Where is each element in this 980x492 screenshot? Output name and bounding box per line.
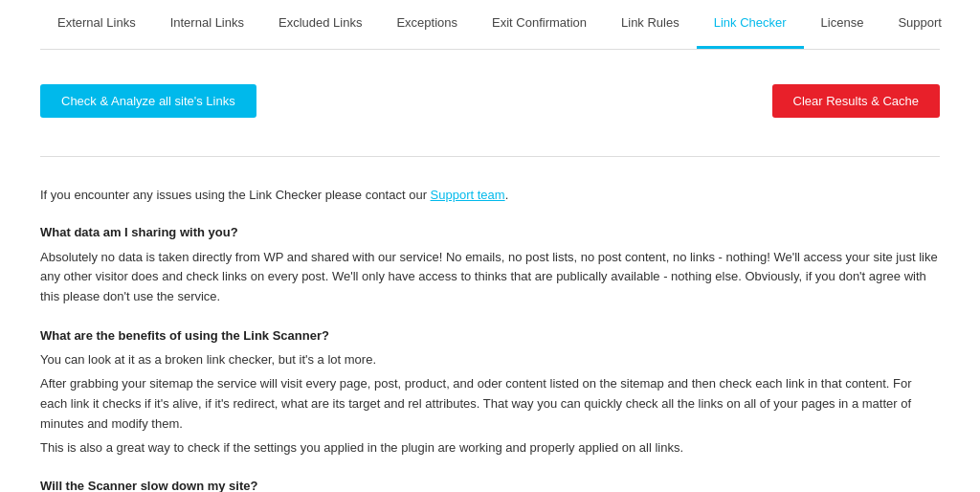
content-area: If you encounter any issues using the Li…	[40, 176, 940, 493]
faq-answer-1-1: After grabbing your sitemap the service …	[40, 374, 940, 434]
faq-section-2: Will the Scanner slow down my site?It's …	[40, 477, 940, 492]
nav-tab-internal-links[interactable]: Internal Links	[153, 0, 261, 49]
nav-tabs: External LinksInternal LinksExcluded Lin…	[40, 0, 940, 50]
faq-container: What data am I sharing with you?Absolute…	[40, 223, 940, 492]
clear-results-button[interactable]: Clear Results & Cache	[772, 84, 941, 118]
intro-period: .	[505, 188, 509, 202]
faq-answer-1-0: You can look at it as a broken link chec…	[40, 350, 940, 370]
nav-tab-link-rules[interactable]: Link Rules	[604, 0, 697, 49]
nav-tab-exceptions[interactable]: Exceptions	[379, 0, 475, 49]
check-analyze-button[interactable]: Check & Analyze all site's Links	[40, 84, 256, 118]
nav-tab-link-checker[interactable]: Link Checker	[697, 0, 804, 49]
faq-question-1: What are the benefits of using the Link …	[40, 326, 940, 346]
nav-tab-support[interactable]: Support	[880, 0, 959, 49]
faq-section-1: What are the benefits of using the Link …	[40, 326, 940, 458]
faq-answer-0-0: Absolutely no data is taken directly fro…	[40, 248, 940, 307]
toolbar: Check & Analyze all site's Links Clear R…	[40, 69, 940, 133]
faq-answer-1-2: This is also a great way to check if the…	[40, 438, 940, 458]
nav-tab-external-links[interactable]: External Links	[40, 0, 153, 49]
nav-tab-excluded-links[interactable]: Excluded Links	[261, 0, 379, 49]
nav-tab-license[interactable]: License	[804, 0, 881, 49]
faq-question-2: Will the Scanner slow down my site?	[40, 477, 940, 492]
faq-question-0: What data am I sharing with you?	[40, 223, 940, 242]
support-team-link[interactable]: Support team	[431, 188, 505, 202]
intro-paragraph: If you encounter any issues using the Li…	[40, 186, 940, 205]
intro-text: If you encounter any issues using the Li…	[40, 188, 427, 202]
nav-tab-exit-confirmation[interactable]: Exit Confirmation	[475, 0, 604, 49]
section-divider	[40, 156, 940, 157]
faq-section-0: What data am I sharing with you?Absolute…	[40, 223, 940, 307]
